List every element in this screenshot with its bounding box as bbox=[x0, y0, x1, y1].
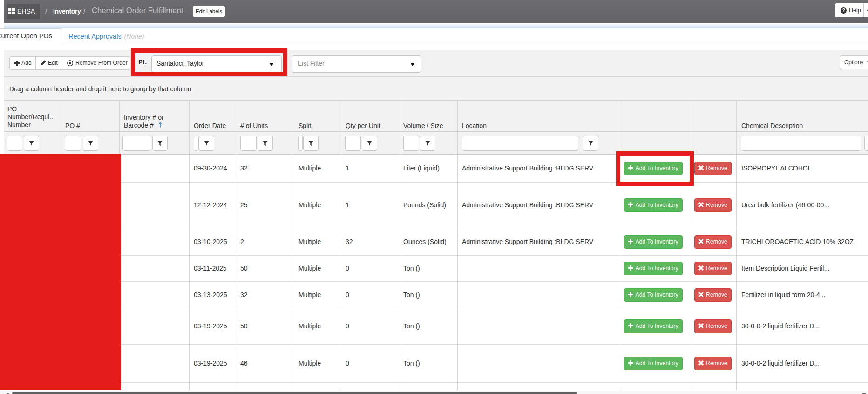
svg-text:?: ? bbox=[842, 8, 845, 13]
